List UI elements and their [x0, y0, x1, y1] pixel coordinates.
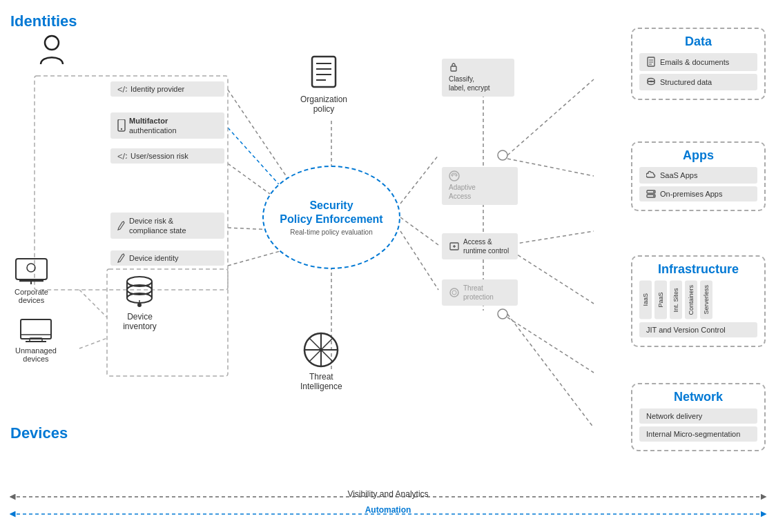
svg-point-27 [45, 36, 59, 50]
svg-line-18 [507, 159, 594, 176]
document-icon [646, 57, 656, 68]
device-inventory-icon [121, 273, 159, 311]
svg-text:</>: </> [117, 151, 127, 161]
device-inventory-container: Device inventory [121, 273, 159, 331]
svg-point-14 [498, 150, 507, 160]
svg-text:</>: </> [117, 84, 127, 94]
structured-data-item: Structured data [639, 74, 757, 90]
devices-title: Devices [10, 424, 68, 442]
svg-point-30 [121, 128, 122, 130]
access-icon [449, 241, 460, 252]
svg-point-47 [27, 264, 35, 272]
jit-version-control-item: JIT and Version Control [639, 322, 757, 337]
svg-line-13 [400, 231, 438, 290]
infra-vertical-items: IaaS PaaS Int. Sites Containers Serverle… [639, 281, 757, 319]
threat-intelligence-container: Threat Intelligence [300, 331, 342, 391]
shield-icon [449, 287, 460, 298]
svg-line-21 [507, 317, 594, 373]
server-icon [646, 190, 656, 198]
fingerprint-icon [449, 170, 460, 181]
phone-icon [117, 119, 126, 132]
paas-item: PaaS [654, 281, 667, 319]
containers-item: Containers [685, 281, 697, 319]
pencil-icon2 [117, 253, 126, 263]
internal-microseg-item: Internal Micro-segmentation [639, 426, 757, 442]
database-icon [646, 77, 656, 87]
user-session-risk-box: </> User/session risk [110, 148, 224, 164]
svg-rect-32 [312, 57, 336, 87]
pencil-icon [117, 221, 126, 230]
svg-line-19 [507, 231, 594, 245]
visibility-analytics-label: Visibility and Analytics [347, 489, 428, 499]
org-policy-container: Organization policy [300, 55, 347, 114]
data-section: Data Emails & documents Structured data [631, 28, 766, 100]
code-icon: </> [117, 84, 127, 94]
svg-line-7 [79, 290, 107, 317]
device-risk-box: Device risk & compliance state [110, 213, 224, 239]
apps-section: Apps SaaS Apps On-premises Apps [631, 141, 766, 211]
infrastructure-section: Infrastructure IaaS PaaS Int. Sites Cont… [631, 255, 766, 347]
code-icon2: </> [117, 151, 127, 161]
corporate-devices-container: Corporate devices [12, 255, 50, 304]
access-runtime-box: Access & runtime control [442, 233, 518, 259]
diagram-container: Identities </> Identity provider Multifa… [0, 0, 776, 532]
serverless-item: Serverless [700, 281, 712, 319]
emails-documents-item: Emails & documents [639, 53, 757, 71]
unmanaged-devices-container: Unmanaged devices [15, 317, 57, 363]
unmanaged-device-icon [19, 317, 53, 345]
svg-rect-50 [21, 319, 51, 339]
svg-line-11 [400, 155, 438, 204]
svg-rect-46 [16, 259, 47, 279]
svg-point-45 [450, 288, 458, 297]
threat-intel-icon [302, 331, 340, 369]
svg-point-72 [653, 195, 654, 197]
org-policy-icon [307, 55, 341, 93]
svg-point-71 [653, 191, 654, 193]
threat-protection-box: Threat protection [442, 279, 518, 306]
identity-provider-box: </> Identity provider [110, 81, 224, 97]
svg-line-12 [400, 217, 438, 245]
svg-line-8 [79, 338, 107, 348]
onprem-apps-item: On-premises Apps [639, 186, 757, 201]
device-identity-box: Device identity [110, 250, 224, 266]
svg-point-59 [137, 303, 142, 307]
person-icon [38, 35, 66, 68]
automation-label: Automation [365, 505, 411, 515]
adaptive-access-box: Adaptive Access [442, 167, 518, 205]
identities-title: Identities [10, 12, 77, 30]
network-section: Network Network delivery Internal Micro-… [631, 383, 766, 451]
svg-line-22 [507, 314, 594, 428]
svg-point-16 [498, 309, 507, 319]
lock-icon [449, 62, 458, 72]
saas-apps-item: SaaS Apps [639, 167, 757, 184]
svg-line-17 [507, 79, 594, 155]
svg-point-43 [449, 171, 459, 181]
cloud-icon [646, 170, 656, 180]
network-delivery-item: Network delivery [639, 408, 757, 424]
iaas-item: IaaS [639, 281, 652, 319]
classify-box: Classify, label, encrypt [442, 59, 514, 97]
corporate-device-icon [12, 255, 50, 286]
svg-line-20 [507, 248, 594, 304]
int-sites-item: Int. Sites [670, 281, 682, 319]
svg-rect-42 [451, 66, 456, 71]
security-policy-ellipse: Security Policy Enforcement Real-time po… [262, 166, 400, 269]
multifactor-box: Multifactor authentication [110, 112, 224, 139]
